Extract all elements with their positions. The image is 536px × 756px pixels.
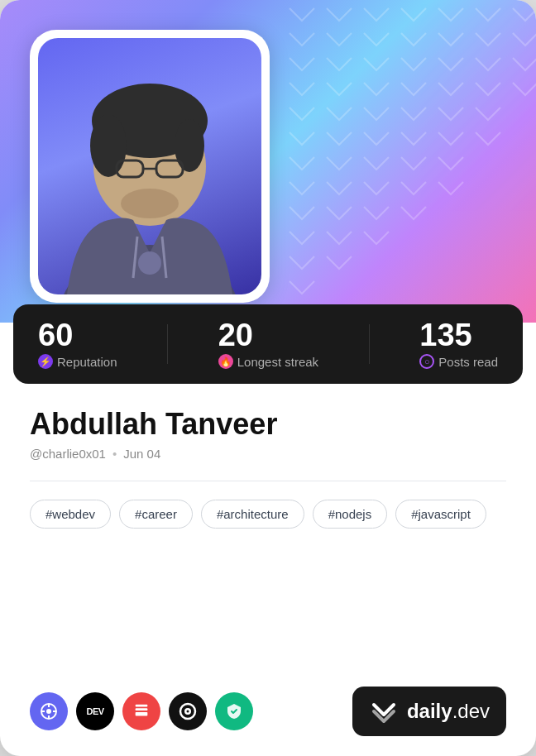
reputation-value: 60 bbox=[38, 319, 73, 351]
svg-point-4 bbox=[90, 114, 127, 177]
profile-content: Abdullah Tanveer @charlie0x01 • Jun 04 #… bbox=[0, 384, 536, 756]
flame-icon: 🔥 bbox=[218, 354, 233, 369]
stat-streak: 20 🔥 Longest streak bbox=[218, 319, 318, 369]
footer-row: DEV bbox=[30, 687, 506, 736]
avatar bbox=[30, 30, 270, 303]
crosshair-icon[interactable] bbox=[30, 692, 68, 730]
reputation-label: ⚡ Reputation bbox=[38, 354, 117, 369]
daily-dev-text: daily.dev bbox=[407, 700, 490, 723]
tag-nodejs[interactable]: #nodejs bbox=[313, 500, 388, 529]
svg-point-24 bbox=[187, 711, 189, 713]
profile-card: 60 ⚡ Reputation 20 🔥 Longest streak 135 … bbox=[0, 0, 536, 756]
meta-dot: • bbox=[112, 447, 117, 461]
profile-banner bbox=[0, 0, 536, 323]
stat-divider-2 bbox=[369, 324, 370, 364]
tag-javascript[interactable]: #javascript bbox=[395, 500, 486, 529]
streak-label: 🔥 Longest streak bbox=[218, 354, 318, 369]
daily-dev-badge: daily.dev bbox=[352, 687, 506, 736]
avatar-image bbox=[38, 38, 261, 294]
bolt-icon: ⚡ bbox=[38, 354, 53, 369]
svg-point-14 bbox=[46, 709, 51, 714]
daily-suffix: .dev bbox=[452, 700, 490, 723]
tag-webdev[interactable]: #webdev bbox=[30, 500, 111, 529]
svg-point-12 bbox=[138, 251, 161, 275]
daily-dev-logo-icon bbox=[369, 696, 399, 726]
shield-icon[interactable] bbox=[215, 692, 253, 730]
tags-list: #webdev #career #architecture #nodejs #j… bbox=[30, 500, 506, 529]
bookmark-icon[interactable] bbox=[122, 692, 160, 730]
user-name: Abdullah Tanveer bbox=[30, 407, 506, 442]
svg-point-5 bbox=[175, 119, 204, 172]
svg-point-9 bbox=[121, 189, 179, 218]
stats-bar: 60 ⚡ Reputation 20 🔥 Longest streak 135 … bbox=[13, 304, 523, 384]
svg-rect-19 bbox=[136, 705, 148, 707]
tag-architecture[interactable]: #architecture bbox=[201, 500, 304, 529]
circle-icon: ○ bbox=[419, 354, 434, 369]
svg-rect-21 bbox=[136, 712, 148, 716]
user-meta: @charlie0x01 • Jun 04 bbox=[30, 447, 506, 461]
stat-reputation: 60 ⚡ Reputation bbox=[38, 319, 117, 369]
svg-rect-20 bbox=[136, 708, 148, 711]
posts-value: 135 bbox=[419, 319, 471, 351]
stat-posts: 135 ○ Posts read bbox=[419, 319, 498, 369]
stat-divider-1 bbox=[167, 324, 168, 364]
join-date: Jun 04 bbox=[123, 447, 160, 461]
posts-label: ○ Posts read bbox=[419, 354, 498, 369]
daily-word: daily bbox=[407, 700, 452, 723]
social-icons: DEV bbox=[30, 692, 253, 730]
tag-career[interactable]: #career bbox=[119, 500, 193, 529]
user-handle: @charlie0x01 bbox=[30, 447, 106, 461]
dev-icon[interactable]: DEV bbox=[76, 692, 114, 730]
eye-icon[interactable] bbox=[169, 692, 207, 730]
streak-value: 20 bbox=[218, 319, 253, 351]
content-divider bbox=[30, 481, 506, 481]
